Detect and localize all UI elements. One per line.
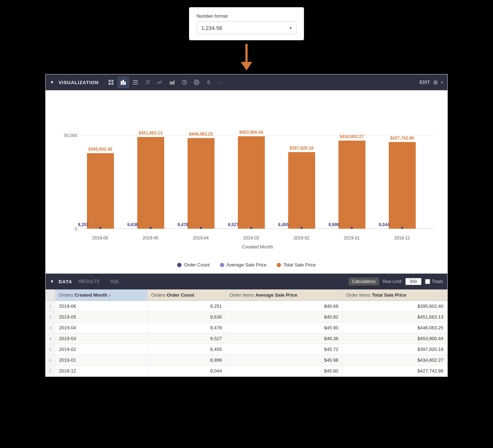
bar-chart-icon-btn[interactable]: [118, 77, 129, 88]
svg-text:$453,900.44: $453,900.44: [239, 130, 263, 135]
svg-rect-3: [111, 83, 114, 85]
svg-point-49: [300, 227, 303, 229]
tab-sql[interactable]: SQL: [106, 278, 124, 285]
arrow-head: [241, 62, 252, 70]
more-icon-btn[interactable]: ···: [215, 77, 227, 88]
bar-2019-01[interactable]: [338, 141, 365, 229]
cell-avg: $46.98: [226, 355, 342, 366]
svg-text:9,636: 9,636: [127, 222, 138, 227]
cell-month: 2018-12: [55, 366, 148, 376]
table-icon-btn[interactable]: [105, 77, 117, 88]
cell-count: 8,999: [147, 355, 226, 366]
table-row: 1 2019-06 8,251 $46.68 $395,602.40: [46, 301, 447, 312]
svg-point-51: [401, 227, 403, 229]
line-chart-icon-btn[interactable]: [154, 77, 166, 88]
data-toggle[interactable]: ▼: [50, 279, 54, 284]
svg-text:0: 0: [75, 227, 77, 232]
cell-total: $397,920.18: [342, 344, 447, 355]
svg-point-12: [148, 80, 149, 81]
row-number: 2: [46, 312, 55, 323]
number-format-card: Number format 1,234.56 ▾: [189, 7, 304, 40]
svg-point-50: [351, 227, 353, 229]
bar-2019-02[interactable]: [288, 152, 315, 229]
area-chart-icon-btn[interactable]: [166, 77, 178, 88]
bar-2018-12[interactable]: [389, 142, 416, 229]
cell-count: 8,455: [147, 344, 226, 355]
down-arrow: [241, 44, 252, 70]
cell-avg: $46.68: [226, 301, 342, 312]
bar-2019-06[interactable]: [87, 153, 114, 229]
row-number: 3: [46, 323, 55, 333]
bar-2019-05[interactable]: [137, 137, 164, 229]
number-format-label: Number format: [197, 13, 296, 19]
map-icon-btn[interactable]: [191, 77, 202, 88]
table-row: 2 2019-05 9,636 $45.82 $451,663.13: [46, 312, 447, 323]
cell-total: $453,900.44: [342, 333, 447, 344]
table-list-icon-btn[interactable]: [130, 77, 141, 88]
bar-2019-04[interactable]: [188, 138, 215, 229]
data-header: ▼ DATA RESULTS SQL Calculations Row Limi…: [46, 274, 447, 289]
number-icon-btn[interactable]: 6: [203, 77, 215, 88]
col-header-total-price: Order Items Total Sale Price: [342, 289, 447, 301]
svg-point-45: [99, 227, 101, 229]
scatter-icon-btn[interactable]: [142, 77, 153, 88]
svg-rect-2: [109, 83, 111, 85]
edit-button[interactable]: EDIT: [420, 80, 430, 85]
svg-text:$397,920.18: $397,920.18: [290, 146, 314, 151]
chart-area: 250,000 0 $395,602.40 8,251 2019-06 $451…: [46, 90, 447, 257]
calculations-button[interactable]: Calculations: [349, 278, 379, 285]
cell-month: 2019-01: [55, 355, 148, 366]
col-header-avg-price: Order Items Average Sale Price: [226, 289, 342, 301]
cell-count: 9,478: [147, 323, 226, 333]
visualization-header: ▼ VISUALIZATION: [46, 74, 447, 90]
svg-text:8,251: 8,251: [78, 222, 89, 227]
svg-rect-0: [109, 80, 111, 82]
gear-icon[interactable]: ⚙: [433, 79, 438, 86]
svg-rect-6: [124, 82, 126, 85]
svg-point-13: [146, 81, 147, 82]
viz-header-right: EDIT ⚙ ▾: [420, 79, 443, 86]
row-number: 1: [46, 301, 55, 312]
svg-point-14: [148, 83, 149, 84]
svg-point-11: [147, 82, 148, 83]
main-panel: ▼ VISUALIZATION: [45, 74, 448, 377]
svg-rect-4: [121, 81, 122, 85]
svg-text:8,999: 8,999: [328, 222, 339, 227]
cell-month: 2019-06: [55, 301, 148, 312]
bar-2019-03[interactable]: [238, 136, 265, 229]
table-row: 6 2019-01 8,999 $46.98 $434,802.27: [46, 355, 447, 366]
viz-toggle[interactable]: ▼: [50, 80, 54, 85]
cell-total: $427,742.86: [342, 366, 447, 376]
cell-avg: $46.36: [226, 333, 342, 344]
totals-checkbox[interactable]: [425, 279, 430, 284]
svg-text:$446,083.25: $446,083.25: [189, 132, 213, 137]
cell-month: 2019-04: [55, 323, 148, 333]
tab-results[interactable]: RESULTS: [74, 278, 104, 285]
order-count-dot: [177, 263, 181, 267]
row-number: 4: [46, 333, 55, 344]
totals-checkbox-group: Totals: [425, 279, 443, 284]
clock-icon-btn[interactable]: [179, 77, 190, 88]
svg-text:$395,602.40: $395,602.40: [88, 147, 112, 152]
svg-text:2019-02: 2019-02: [294, 236, 309, 241]
svg-point-46: [149, 227, 152, 229]
viz-title: VISUALIZATION: [59, 80, 99, 85]
table-row: 5 2019-02 8,455 $45.72 $397,920.18: [46, 344, 447, 355]
row-number: 5: [46, 344, 55, 355]
svg-text:$451,663.13: $451,663.13: [139, 131, 163, 136]
svg-rect-1: [111, 80, 114, 82]
table-row: 3 2019-04 9,478 $45.90 $446,083.25: [46, 323, 447, 333]
col-header-month: Orders Created Month ∨: [55, 289, 148, 301]
legend-order-count-label: Order Count: [184, 262, 210, 268]
row-num-header: [46, 289, 55, 301]
cell-avg: $45.80: [226, 366, 342, 376]
legend-item-order-count: Order Count: [177, 262, 210, 268]
cell-count: 8,251: [147, 301, 226, 312]
legend-total-price-label: Total Sale Price: [284, 262, 316, 268]
row-limit-input[interactable]: [405, 278, 421, 285]
svg-text:9,527: 9,527: [228, 222, 239, 227]
row-limit-label: Row Limit: [383, 279, 402, 284]
avg-price-dot: [220, 263, 224, 267]
svg-text:8,455: 8,455: [278, 222, 289, 227]
number-format-select[interactable]: 1,234.56 ▾: [197, 22, 296, 34]
